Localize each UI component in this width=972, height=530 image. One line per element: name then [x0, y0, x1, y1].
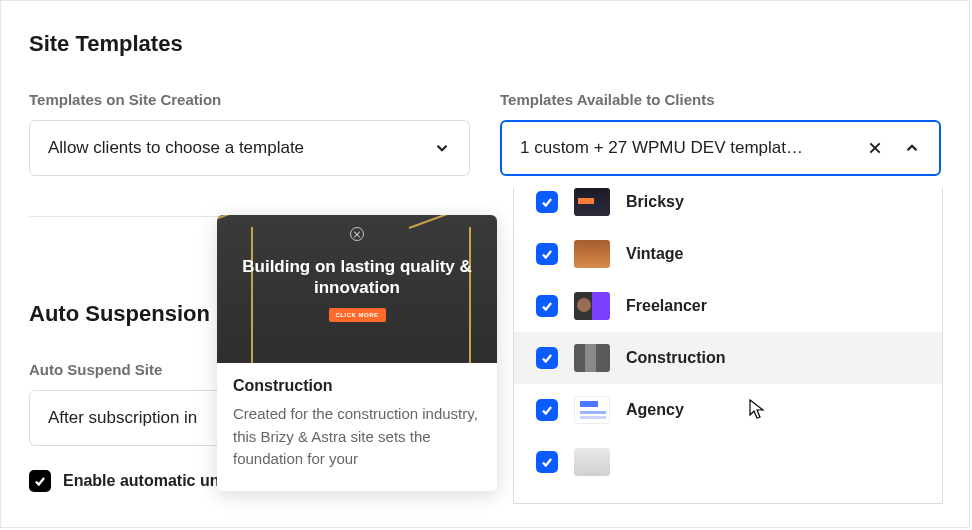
dropdown-item[interactable]: Freelancer	[514, 280, 942, 332]
checkbox-checked-icon	[536, 399, 558, 421]
chevron-up-icon	[903, 139, 921, 157]
dropdown-item[interactable]	[514, 436, 942, 488]
template-preview-tooltip: Building on lasting quality & innovation…	[217, 215, 497, 491]
checkbox-checked-icon	[536, 347, 558, 369]
clear-button[interactable]	[861, 134, 889, 162]
template-thumbnail	[574, 448, 610, 476]
checkbox-checked-icon	[536, 243, 558, 265]
dropdown-item-label: Vintage	[626, 245, 920, 263]
checkbox-checked-icon	[29, 470, 51, 492]
combo-templates-available[interactable]: 1 custom + 27 WPMU DEV templat…	[500, 120, 941, 176]
select-value: Allow clients to choose a template	[48, 138, 433, 158]
dropdown-item[interactable]: Construction	[514, 332, 942, 384]
template-thumbnail	[574, 240, 610, 268]
template-thumbnail	[574, 344, 610, 372]
dropdown-item[interactable]: Agency	[514, 384, 942, 436]
preview-hero: Building on lasting quality & innovation…	[217, 215, 497, 363]
preview-description: Created for the construction industry, t…	[233, 403, 481, 471]
dropdown-item-label: Agency	[626, 401, 920, 419]
dropdown-item[interactable]: Bricksy	[514, 188, 942, 228]
dropdown-item-label: Construction	[626, 349, 920, 367]
preview-hero-title: Building on lasting quality & innovation	[235, 256, 479, 299]
collapse-button[interactable]	[897, 133, 927, 163]
settings-panel: Site Templates Templates on Site Creatio…	[0, 0, 970, 528]
chevron-down-icon	[433, 139, 451, 157]
templates-dropdown-scroll[interactable]: BricksyVintageFreelancerConstructionAgen…	[514, 188, 942, 503]
preview-body: Construction Created for the constructio…	[217, 363, 497, 491]
template-thumbnail	[574, 396, 610, 424]
templates-dropdown-panel: BricksyVintageFreelancerConstructionAgen…	[513, 188, 943, 504]
combo-value: 1 custom + 27 WPMU DEV templat…	[520, 138, 853, 158]
close-icon	[867, 140, 883, 156]
dropdown-item[interactable]: Vintage	[514, 228, 942, 280]
template-thumbnail	[574, 292, 610, 320]
label-templates-creation: Templates on Site Creation	[29, 91, 470, 108]
close-icon	[350, 227, 364, 241]
section-title: Site Templates	[29, 31, 941, 57]
checkbox-checked-icon	[536, 191, 558, 213]
label-templates-available: Templates Available to Clients	[500, 91, 941, 108]
preview-hero-button: CLICK MORE	[329, 308, 386, 322]
select-templates-creation[interactable]: Allow clients to choose a template	[29, 120, 470, 176]
checkbox-checked-icon	[536, 295, 558, 317]
dropdown-item-label: Bricksy	[626, 193, 920, 211]
checkbox-checked-icon	[536, 451, 558, 473]
template-thumbnail	[574, 188, 610, 216]
dropdown-item-label: Freelancer	[626, 297, 920, 315]
preview-name: Construction	[233, 377, 481, 395]
